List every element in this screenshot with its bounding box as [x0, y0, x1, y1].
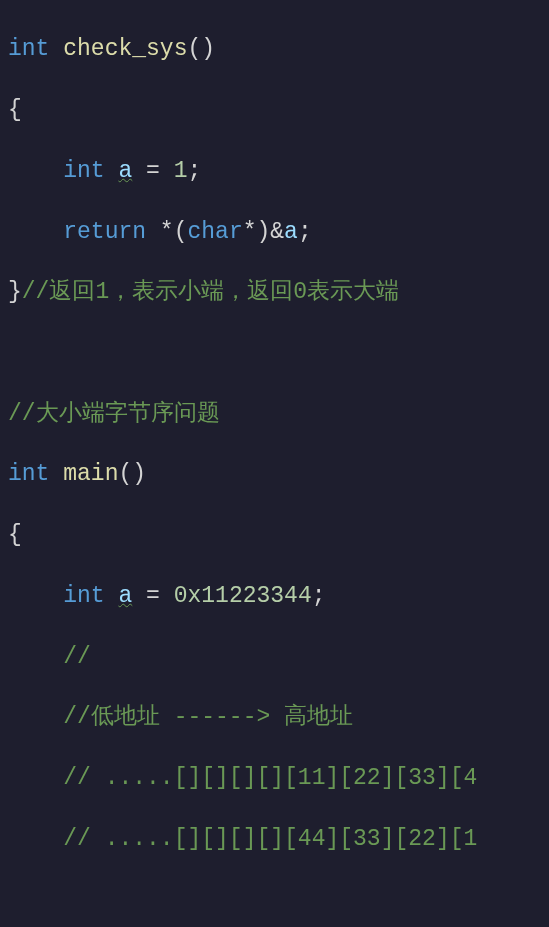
comment: // .....[][][][][11][22][33][4: [63, 765, 477, 791]
function-name: check_sys: [63, 36, 187, 62]
code-line: //大小端字节序问题: [8, 399, 549, 429]
brace-open: {: [8, 522, 22, 548]
function-main: main: [63, 461, 118, 487]
code-line: //低地址 ------> 高地址: [8, 702, 549, 732]
keyword-return: return: [63, 219, 146, 245]
variable-a: a: [118, 583, 132, 609]
code-line: //: [8, 642, 549, 672]
code-line: {: [8, 95, 549, 125]
brace-open: {: [8, 97, 22, 123]
variable-a: a: [284, 219, 298, 245]
code-line: int a = 1;: [8, 156, 549, 186]
code-line: int a = 0x11223344;: [8, 581, 549, 611]
number-literal: 1: [174, 158, 188, 184]
code-line: int check_sys(): [8, 34, 549, 64]
keyword-int: int: [8, 36, 49, 62]
code-line: [8, 338, 549, 368]
operator: =: [132, 158, 173, 184]
code-line: [8, 884, 549, 914]
operator: =: [132, 583, 173, 609]
code-line: return *(char*)&a;: [8, 217, 549, 247]
comment: //低地址 ------> 高地址: [63, 704, 353, 730]
comment: //: [63, 644, 91, 670]
comment: //返回1，表示小端，返回0表示大端: [22, 279, 399, 305]
number-literal: 0x11223344: [174, 583, 312, 609]
comment: //大小端字节序问题: [8, 401, 220, 427]
code-editor[interactable]: int check_sys() { int a = 1; return *(ch…: [0, 0, 549, 927]
operator: *)&: [243, 219, 284, 245]
type-char: char: [187, 219, 242, 245]
operator: *(: [146, 219, 187, 245]
code-line: // .....[][][][][44][33][22][1: [8, 824, 549, 854]
parentheses: (): [118, 461, 146, 487]
semicolon: ;: [312, 583, 326, 609]
parentheses: (): [187, 36, 215, 62]
code-line: int main(): [8, 459, 549, 489]
variable-a: a: [118, 158, 132, 184]
keyword-int: int: [63, 158, 104, 184]
comment: // .....[][][][][44][33][22][1: [63, 826, 477, 852]
semicolon: ;: [298, 219, 312, 245]
code-line: // .....[][][][][11][22][33][4: [8, 763, 549, 793]
keyword-int: int: [63, 583, 104, 609]
code-line: {: [8, 520, 549, 550]
code-line: }//返回1，表示小端，返回0表示大端: [8, 277, 549, 307]
brace-close: }: [8, 279, 22, 305]
keyword-int: int: [8, 461, 49, 487]
semicolon: ;: [188, 158, 202, 184]
